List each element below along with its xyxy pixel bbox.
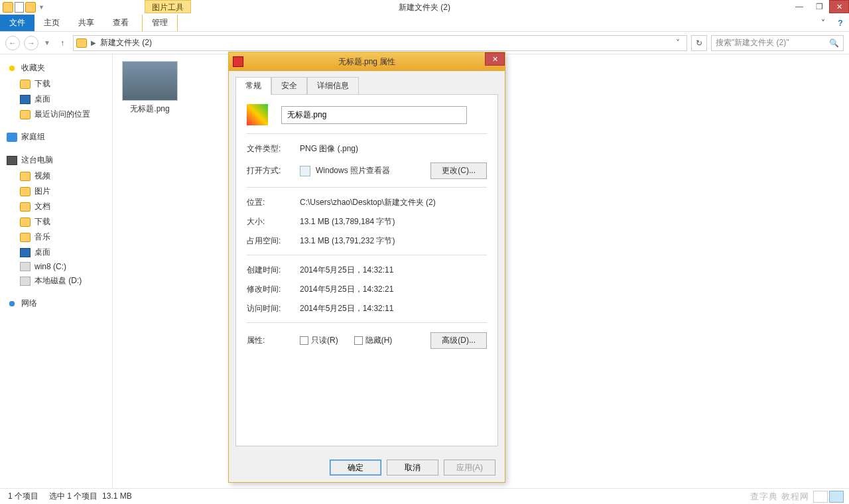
navigation-pane: 收藏夹 下载 桌面 最近访问的位置 家庭组 这台电脑 视频 图片 文档 下载 音…	[0, 54, 113, 488]
dialog-body: 无标题.png 文件类型: PNG 图像 (.png) 打开方式: Window…	[235, 94, 498, 446]
file-item[interactable]: 无标题.png	[119, 61, 180, 115]
navigation-bar: ← → ▼ ↑ ▶ 新建文件夹 (2) ˅ ↻ 搜索"新建文件夹 (2)" 🔍	[0, 32, 849, 54]
qat-new-icon[interactable]	[15, 2, 24, 13]
sidebar-item-music[interactable]: 音乐	[0, 229, 112, 245]
value-openwith: Windows 照片查看器	[316, 165, 390, 176]
dialog-close-button[interactable]: ✕	[485, 52, 505, 66]
hidden-checkbox[interactable]: 隐藏(H)	[354, 335, 393, 346]
open-with-app-icon	[300, 166, 310, 176]
readonly-checkbox[interactable]: 只读(R)	[300, 335, 338, 346]
value-location: C:\Users\zhao\Desktop\新建文件夹 (2)	[300, 197, 487, 208]
qat-folder-icon[interactable]	[25, 2, 36, 13]
dialog-icon	[233, 56, 243, 67]
file-name-input[interactable]: 无标题.png	[281, 106, 467, 124]
desktop-icon	[20, 248, 31, 257]
label-location: 位置:	[247, 197, 300, 208]
breadcrumb[interactable]: 新建文件夹 (2)	[100, 37, 152, 48]
change-button[interactable]: 更改(C)...	[430, 162, 487, 179]
close-button[interactable]	[829, 0, 849, 13]
folder-icon	[20, 187, 31, 196]
advanced-button[interactable]: 高级(D)...	[430, 332, 487, 349]
file-name-label: 无标题.png	[119, 103, 180, 115]
sidebar-item-recent[interactable]: 最近访问的位置	[0, 107, 112, 122]
folder-icon	[20, 218, 31, 227]
dialog-title: 无标题.png 属性	[338, 56, 396, 68]
quick-access-toolbar: ▼	[0, 2, 46, 13]
sidebar-computer[interactable]: 这台电脑	[0, 152, 112, 168]
sidebar-item-downloads2[interactable]: 下载	[0, 214, 112, 229]
maximize-button[interactable]	[809, 0, 829, 13]
label-attributes: 属性:	[247, 335, 300, 346]
sidebar-item-downloads[interactable]: 下载	[0, 76, 112, 92]
label-modified: 修改时间:	[247, 284, 300, 295]
ribbon-tab-share[interactable]: 共享	[69, 15, 103, 31]
window-title: 新建文件夹 (2)	[399, 2, 450, 13]
help-icon[interactable]: ?	[832, 15, 849, 31]
label-size: 大小:	[247, 216, 300, 227]
sidebar-favorites[interactable]: 收藏夹	[0, 60, 112, 76]
sidebar-item-pictures[interactable]: 图片	[0, 184, 112, 199]
up-button[interactable]: ↑	[56, 36, 69, 50]
sidebar-item-videos[interactable]: 视频	[0, 168, 112, 184]
history-dropdown-icon[interactable]: ▼	[42, 39, 52, 46]
ribbon-context-tab[interactable]: 图片工具	[145, 0, 191, 13]
file-type-icon	[247, 104, 268, 125]
folder-icon	[20, 233, 31, 242]
properties-dialog: 无标题.png 属性 ✕ 常规 安全 详细信息 无标题.png 文件类型: PN…	[228, 52, 505, 483]
search-input[interactable]: 搜索"新建文件夹 (2)" 🔍	[711, 35, 844, 51]
qat-dropdown-icon[interactable]: ▼	[37, 4, 46, 11]
network-icon	[7, 299, 17, 308]
sidebar-item-documents[interactable]: 文档	[0, 199, 112, 214]
label-created: 创建时间:	[247, 265, 300, 276]
file-thumbnail	[122, 61, 178, 101]
ribbon-tab-manage[interactable]: 管理	[142, 15, 178, 31]
breadcrumb-chevron-icon[interactable]: ▶	[91, 39, 96, 46]
watermark-text: 查字典 教程网	[750, 491, 809, 503]
sidebar-network[interactable]: 网络	[0, 295, 112, 312]
folder-icon	[20, 80, 31, 89]
sidebar-item-drive-c[interactable]: win8 (C:)	[0, 260, 112, 273]
homegroup-icon	[7, 133, 17, 142]
apply-button[interactable]: 应用(A)	[444, 460, 495, 475]
status-item-count: 1 个项目	[8, 491, 38, 502]
view-details-button[interactable]	[813, 491, 828, 503]
ribbon-file-tab[interactable]: 文件	[0, 15, 34, 31]
dialog-tabs: 常规 安全 详细信息	[229, 71, 505, 94]
tab-details[interactable]: 详细信息	[307, 77, 359, 95]
sidebar-homegroup[interactable]: 家庭组	[0, 129, 112, 145]
sidebar-item-desktop2[interactable]: 桌面	[0, 245, 112, 260]
refresh-button[interactable]: ↻	[691, 35, 707, 51]
back-button[interactable]: ←	[5, 36, 20, 50]
label-filetype: 文件类型:	[247, 143, 300, 155]
ribbon: 文件 主页 共享 查看 管理 ˅ ?	[0, 15, 849, 32]
label-accessed: 访问时间:	[247, 303, 300, 314]
label-disk: 占用空间:	[247, 235, 300, 247]
status-selected: 选中 1 个项目 13.1 MB	[49, 491, 132, 502]
ok-button[interactable]: 确定	[330, 460, 381, 475]
address-dropdown-icon[interactable]: ˅	[672, 38, 684, 48]
view-icons-button[interactable]	[829, 491, 844, 503]
cancel-button[interactable]: 取消	[387, 460, 438, 475]
minimize-button[interactable]	[789, 0, 809, 13]
ribbon-tab-home[interactable]: 主页	[34, 15, 69, 31]
ribbon-expand-icon[interactable]: ˅	[815, 15, 832, 31]
address-bar[interactable]: ▶ 新建文件夹 (2) ˅	[73, 35, 687, 51]
ribbon-tab-view[interactable]: 查看	[103, 15, 138, 31]
value-created: 2014年5月25日，14:32:11	[300, 265, 487, 276]
search-icon[interactable]: 🔍	[829, 38, 839, 48]
computer-icon	[7, 156, 17, 165]
recent-icon	[20, 110, 31, 119]
sidebar-item-desktop[interactable]: 桌面	[0, 92, 112, 107]
window-titlebar: ▼ 图片工具 新建文件夹 (2)	[0, 0, 849, 15]
desktop-icon	[20, 95, 31, 104]
forward-button[interactable]: →	[24, 36, 38, 50]
app-icon[interactable]	[3, 2, 13, 13]
tab-general[interactable]: 常规	[235, 77, 271, 95]
value-size: 13.1 MB (13,789,184 字节)	[300, 216, 487, 227]
dialog-titlebar[interactable]: 无标题.png 属性 ✕	[229, 52, 505, 71]
value-filetype: PNG 图像 (.png)	[300, 143, 487, 155]
tab-security[interactable]: 安全	[271, 77, 307, 95]
sidebar-item-drive-d[interactable]: 本地磁盘 (D:)	[0, 273, 112, 288]
folder-icon	[20, 202, 31, 212]
drive-icon	[20, 262, 31, 271]
